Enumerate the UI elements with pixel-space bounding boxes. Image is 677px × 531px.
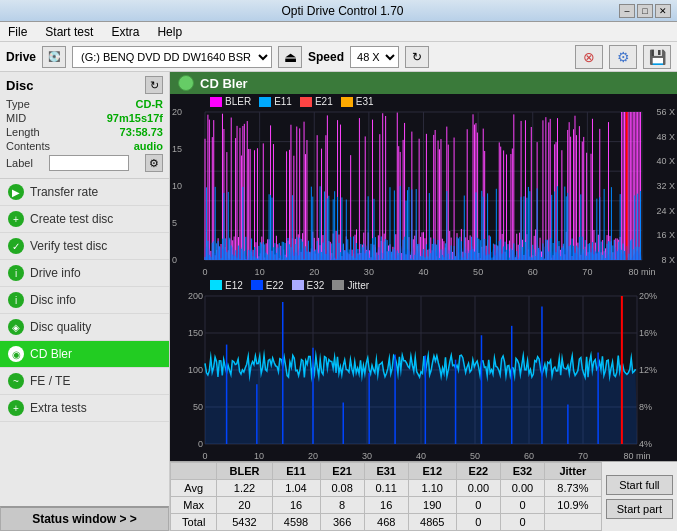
length-key: Length <box>6 126 40 138</box>
max-bler: 20 <box>217 497 272 514</box>
top-chart: BLER E11 E21 E31 <box>170 94 677 278</box>
fe-te-icon: ~ <box>8 373 24 389</box>
sidebar-item-verify-test-disc[interactable]: ✓ Verify test disc <box>0 233 169 260</box>
disc-quality-label: Disc quality <box>30 320 91 334</box>
fe-te-label: FE / TE <box>30 374 70 388</box>
legend-e31-label: E31 <box>356 96 374 107</box>
menu-start-test[interactable]: Start test <box>41 24 97 40</box>
drive-info-icon: i <box>8 265 24 281</box>
max-e32: 0 <box>500 497 544 514</box>
transfer-rate-icon: ▶ <box>8 184 24 200</box>
verify-test-disc-icon: ✓ <box>8 238 24 254</box>
start-full-button[interactable]: Start full <box>606 475 673 495</box>
eject-button[interactable]: ⏏ <box>278 46 302 68</box>
table-row-total: Total 5432 4598 366 468 4865 0 0 <box>171 514 602 531</box>
status-window-button[interactable]: Status window > > <box>0 506 169 531</box>
col-header-bler: BLER <box>217 463 272 480</box>
col-header-e22: E22 <box>456 463 500 480</box>
total-e22: 0 <box>456 514 500 531</box>
label-input[interactable] <box>49 155 129 171</box>
disc-header-label: Disc <box>6 78 33 93</box>
label-key: Label <box>6 157 33 169</box>
settings-button[interactable]: ⚙ <box>609 45 637 69</box>
type-key: Type <box>6 98 30 110</box>
legend-e12-label: E12 <box>225 280 243 291</box>
stats-area: BLER E11 E21 E31 E12 E22 E32 Jitter Avg <box>170 461 677 531</box>
drive-bar: Drive 💽 (G:) BENQ DVD DD DW1640 BSRB ⏏ S… <box>0 42 677 72</box>
sidebar-item-transfer-rate[interactable]: ▶ Transfer rate <box>0 179 169 206</box>
bler-title: CD Bler <box>200 76 248 91</box>
disc-refresh-button[interactable]: ↻ <box>145 76 163 94</box>
col-header-empty <box>171 463 217 480</box>
disc-quality-icon: ◈ <box>8 319 24 335</box>
type-value: CD-R <box>136 98 164 110</box>
create-test-disc-label: Create test disc <box>30 212 113 226</box>
total-e12: 4865 <box>408 514 456 531</box>
avg-jitter: 8.73% <box>545 480 602 497</box>
legend-e11: E11 <box>259 96 292 107</box>
maximize-button[interactable]: □ <box>637 4 653 18</box>
mid-key: MID <box>6 112 26 124</box>
col-header-e21: E21 <box>320 463 364 480</box>
drive-select[interactable]: (G:) BENQ DVD DD DW1640 BSRB <box>72 46 272 68</box>
main-area: Disc ↻ Type CD-R MID 97m15s17f Length 73… <box>0 72 677 531</box>
avg-label: Avg <box>171 480 217 497</box>
legend-jitter-label: Jitter <box>347 280 369 291</box>
erase-button[interactable]: ⊗ <box>575 45 603 69</box>
total-label: Total <box>171 514 217 531</box>
cd-bler-label: CD Bler <box>30 347 72 361</box>
total-e11: 4598 <box>272 514 320 531</box>
col-header-e32: E32 <box>500 463 544 480</box>
menu-help[interactable]: Help <box>153 24 186 40</box>
col-header-e31: E31 <box>364 463 408 480</box>
avg-e12: 1.10 <box>408 480 456 497</box>
total-e31: 468 <box>364 514 408 531</box>
legend-e11-label: E11 <box>274 96 292 107</box>
label-icon-button[interactable]: ⚙ <box>145 154 163 172</box>
title-bar: Opti Drive Control 1.70 – □ ✕ <box>0 0 677 22</box>
legend-e32-label: E32 <box>307 280 325 291</box>
sidebar-item-fe-te[interactable]: ~ FE / TE <box>0 368 169 395</box>
col-header-jitter: Jitter <box>545 463 602 480</box>
sidebar-item-disc-quality[interactable]: ◈ Disc quality <box>0 314 169 341</box>
drive-label: Drive <box>6 50 36 64</box>
max-e21: 8 <box>320 497 364 514</box>
sidebar: Disc ↻ Type CD-R MID 97m15s17f Length 73… <box>0 72 170 531</box>
app-title: Opti Drive Control 1.70 <box>66 4 619 18</box>
save-button[interactable]: 💾 <box>643 45 671 69</box>
legend-e21: E21 <box>300 96 333 107</box>
legend-e32: E32 <box>292 280 325 291</box>
avg-e22: 0.00 <box>456 480 500 497</box>
sidebar-item-create-test-disc[interactable]: + Create test disc <box>0 206 169 233</box>
sidebar-item-cd-bler[interactable]: ◉ CD Bler <box>0 341 169 368</box>
menu-extra[interactable]: Extra <box>107 24 143 40</box>
legend-e22: E22 <box>251 280 284 291</box>
total-jitter <box>545 514 602 531</box>
disc-info-label: Disc info <box>30 293 76 307</box>
speed-label: Speed <box>308 50 344 64</box>
max-jitter: 10.9% <box>545 497 602 514</box>
total-e32: 0 <box>500 514 544 531</box>
bler-header: CD Bler <box>170 72 677 94</box>
window-controls: – □ ✕ <box>619 4 671 18</box>
disc-section: Disc ↻ Type CD-R MID 97m15s17f Length 73… <box>0 72 169 179</box>
bottom-legend: E12 E22 E32 Jitter <box>170 278 657 293</box>
extra-tests-label: Extra tests <box>30 401 87 415</box>
cd-bler-icon: ◉ <box>8 346 24 362</box>
sidebar-item-extra-tests[interactable]: + Extra tests <box>0 395 169 422</box>
nav-items: ▶ Transfer rate + Create test disc ✓ Ver… <box>0 179 169 422</box>
max-e31: 16 <box>364 497 408 514</box>
sidebar-item-drive-info[interactable]: i Drive info <box>0 260 169 287</box>
avg-bler: 1.22 <box>217 480 272 497</box>
stats-table: BLER E11 E21 E31 E12 E22 E32 Jitter Avg <box>170 462 602 531</box>
drive-info-label: Drive info <box>30 266 81 280</box>
close-button[interactable]: ✕ <box>655 4 671 18</box>
minimize-button[interactable]: – <box>619 4 635 18</box>
refresh-button[interactable]: ↻ <box>405 46 429 68</box>
speed-select[interactable]: 48 X <box>350 46 399 68</box>
start-part-button[interactable]: Start part <box>606 499 673 519</box>
legend-jitter: Jitter <box>332 280 369 291</box>
drive-icon: 💽 <box>42 46 66 68</box>
sidebar-item-disc-info[interactable]: i Disc info <box>0 287 169 314</box>
menu-file[interactable]: File <box>4 24 31 40</box>
